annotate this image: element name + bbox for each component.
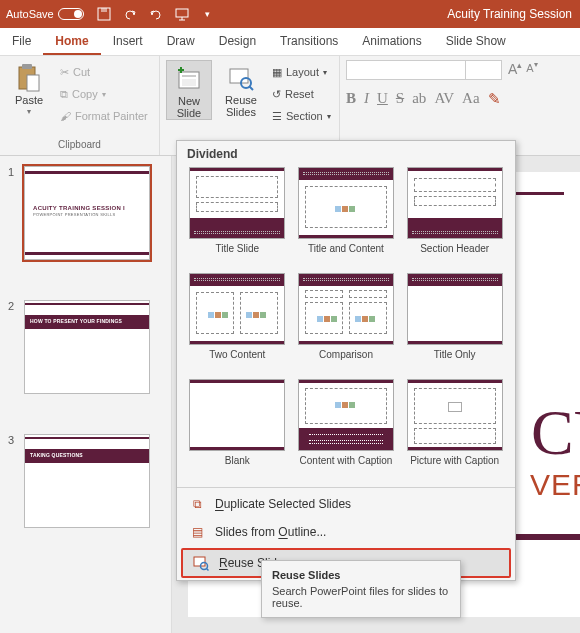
- thumb-number: 2: [8, 300, 18, 394]
- shrink-font-icon[interactable]: A▾: [526, 60, 537, 80]
- brush-icon: 🖌: [60, 110, 71, 122]
- shadow-button[interactable]: ab: [412, 90, 426, 108]
- canvas-title-fragment: CU: [531, 396, 580, 470]
- paste-button[interactable]: Paste ▾: [6, 60, 52, 118]
- copy-icon: ⧉: [60, 88, 68, 101]
- tab-insert[interactable]: Insert: [101, 27, 155, 55]
- cut-label: Cut: [73, 66, 90, 78]
- slide-thumbnails: 1 ACUITY TRAINING SESSION I POWERPOINT P…: [0, 156, 172, 633]
- layout-label: Picture with Caption: [410, 455, 499, 477]
- tab-design[interactable]: Design: [207, 27, 268, 55]
- layout-title-content[interactable]: Title and Content: [296, 167, 397, 265]
- scissors-icon: ✂: [60, 66, 69, 79]
- layout-content-caption[interactable]: Content with Caption: [296, 379, 397, 477]
- layout-label: Title Slide: [216, 243, 260, 265]
- menu-slides-from-outline[interactable]: ▤ Slides from Outline...: [177, 518, 515, 546]
- svg-rect-13: [230, 69, 248, 83]
- quick-access-toolbar: ▾: [96, 6, 216, 22]
- tooltip-title: Reuse Slides: [272, 569, 450, 581]
- tab-file[interactable]: File: [0, 27, 43, 55]
- paste-icon: [13, 62, 45, 94]
- highlight-button[interactable]: ✎: [488, 90, 501, 108]
- strike-button[interactable]: S: [396, 90, 404, 108]
- layout-label: Content with Caption: [300, 455, 393, 477]
- svg-line-18: [207, 569, 209, 571]
- layout-label: Two Content: [209, 349, 265, 371]
- layout-section-header[interactable]: Section Header: [404, 167, 505, 265]
- chevron-down-icon: ▾: [27, 106, 31, 118]
- layout-label: Layout: [286, 66, 319, 78]
- new-slide-label: New Slide: [177, 95, 201, 119]
- format-painter-label: Format Painter: [75, 110, 148, 122]
- document-title: Acuity Training Session: [447, 0, 572, 28]
- reuse-slides-button[interactable]: Reuse Slides: [218, 60, 264, 118]
- svg-rect-6: [22, 64, 32, 69]
- copy-label: Copy: [72, 88, 98, 100]
- layout-label: Title and Content: [308, 243, 384, 265]
- thumb-band: HOW TO PRESENT YOUR FINDINGS: [25, 315, 149, 329]
- redo-icon[interactable]: [148, 6, 164, 22]
- layout-picture-caption[interactable]: Picture with Caption: [404, 379, 505, 477]
- tab-home[interactable]: Home: [43, 27, 100, 55]
- menu-label: Slides from Outline...: [215, 525, 326, 539]
- svg-rect-1: [101, 8, 107, 12]
- clipboard-group-label: Clipboard: [6, 139, 153, 155]
- tab-animations[interactable]: Animations: [350, 27, 433, 55]
- font-size-field[interactable]: [466, 60, 502, 80]
- ribbon-tabs: File Home Insert Draw Design Transitions…: [0, 28, 580, 56]
- layout-two-content[interactable]: Two Content: [187, 273, 288, 371]
- menu-duplicate-slides[interactable]: ⧉ Duplicate Selected Slides: [177, 490, 515, 518]
- layout-title-slide[interactable]: Title Slide: [187, 167, 288, 265]
- slide-thumb-1[interactable]: ACUITY TRAINING SESSION I POWERPOINT PRE…: [24, 166, 150, 260]
- thumb-row-3[interactable]: 3 TAKING QUESTIONS: [8, 434, 163, 528]
- new-slide-icon: [173, 63, 205, 95]
- char-spacing-button[interactable]: AV: [434, 90, 454, 108]
- svg-rect-16: [194, 557, 205, 566]
- underline-button[interactable]: U: [377, 90, 388, 108]
- format-painter-button[interactable]: 🖌Format Painter: [58, 106, 150, 126]
- new-slide-button[interactable]: New Slide: [166, 60, 212, 120]
- save-icon[interactable]: [96, 6, 112, 22]
- thumb-number: 1: [8, 166, 18, 260]
- layout-label: Comparison: [319, 349, 373, 371]
- reset-button[interactable]: ↺Reset: [270, 84, 333, 104]
- layout-blank[interactable]: Blank: [187, 379, 288, 477]
- italic-button[interactable]: I: [364, 90, 369, 108]
- layout-title-only[interactable]: Title Only: [404, 273, 505, 371]
- font-family-field[interactable]: [346, 60, 466, 80]
- change-case-button[interactable]: Aa: [462, 90, 480, 108]
- cut-button[interactable]: ✂Cut: [58, 62, 150, 82]
- slide-thumb-3[interactable]: TAKING QUESTIONS: [24, 434, 150, 528]
- tooltip-reuse-slides: Reuse Slides Search PowerPoint files for…: [261, 560, 461, 618]
- toggle-icon: [58, 8, 84, 20]
- reset-label: Reset: [285, 88, 314, 100]
- layout-label: Title Only: [434, 349, 476, 371]
- svg-line-15: [249, 86, 253, 90]
- new-slide-dropdown: Dividend Title Slide Title and Content: [176, 140, 516, 581]
- title-bar: AutoSave ▾ Acuity Training Session: [0, 0, 580, 28]
- tooltip-body: Search PowerPoint files for slides to re…: [272, 585, 450, 609]
- outline-icon: ▤: [189, 524, 205, 540]
- canvas-subtitle-fragment: VERPO: [530, 468, 580, 502]
- layout-comparison[interactable]: Comparison: [296, 273, 397, 371]
- reuse-icon: [193, 555, 209, 571]
- thumb-row-1[interactable]: 1 ACUITY TRAINING SESSION I POWERPOINT P…: [8, 166, 163, 260]
- section-icon: ☰: [272, 110, 282, 123]
- dropdown-separator: [177, 487, 515, 488]
- present-icon[interactable]: [174, 6, 190, 22]
- layout-button[interactable]: ▦Layout▾: [270, 62, 333, 82]
- thumb-row-2[interactable]: 2 HOW TO PRESENT YOUR FINDINGS: [8, 300, 163, 394]
- grow-font-icon[interactable]: A▴: [508, 60, 522, 80]
- tab-draw[interactable]: Draw: [155, 27, 207, 55]
- undo-icon[interactable]: [122, 6, 138, 22]
- autosave-toggle[interactable]: AutoSave: [6, 8, 84, 20]
- slide-thumb-2[interactable]: HOW TO PRESENT YOUR FINDINGS: [24, 300, 150, 394]
- section-button[interactable]: ☰Section▾: [270, 106, 333, 126]
- tab-transitions[interactable]: Transitions: [268, 27, 350, 55]
- svg-rect-10: [182, 79, 196, 86]
- bold-button[interactable]: B: [346, 90, 356, 108]
- qat-more-icon[interactable]: ▾: [200, 6, 216, 22]
- copy-button[interactable]: ⧉Copy▾: [58, 84, 150, 104]
- section-label: Section: [286, 110, 323, 122]
- tab-slideshow[interactable]: Slide Show: [434, 27, 518, 55]
